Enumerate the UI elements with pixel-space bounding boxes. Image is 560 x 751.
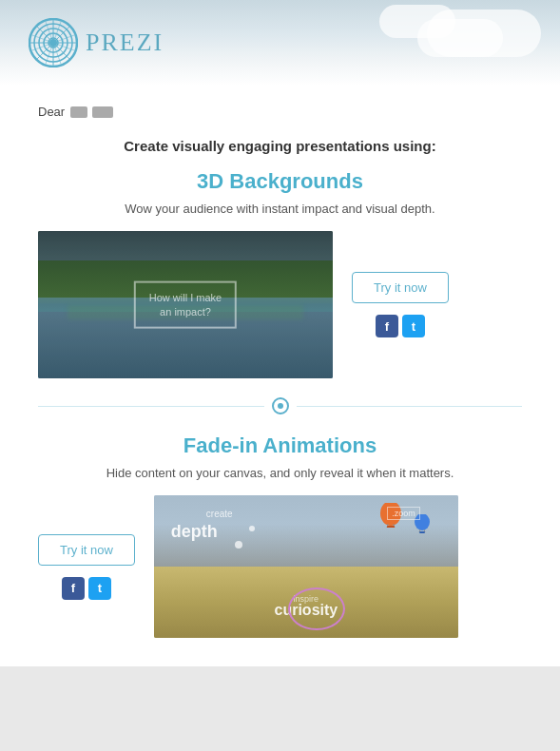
feature2-image: create depth .zoom inspire curiosity: [154, 495, 458, 638]
feature2-try-button[interactable]: Try it now: [38, 534, 135, 566]
email-body: Dear Create visually engaging presentati…: [0, 86, 560, 666]
divider-line-left: [38, 406, 264, 407]
feature1-description: Wow your audience with instant impact an…: [38, 202, 522, 216]
prezi-logo-icon: [29, 18, 78, 67]
name-placeholder: [70, 106, 113, 118]
section-intro: Create visually engaging presentations u…: [38, 138, 522, 154]
svg-rect-17: [387, 526, 395, 528]
feature1-cta: Try it now f t: [352, 272, 449, 337]
dear-label: Dear: [38, 105, 65, 119]
purple-circle: [288, 587, 345, 630]
header: PREZI: [0, 0, 560, 86]
feature2-layout: Try it now f t: [38, 495, 522, 638]
prezi-logo-text: PREZI: [86, 29, 164, 57]
feature2-description: Hide content on your canvas, and only re…: [38, 466, 522, 480]
dot-2: [235, 541, 242, 549]
placeholder-block-1: [70, 106, 87, 118]
divider-inner-dot: [278, 403, 283, 409]
feature2-social-icons: f t: [62, 577, 111, 600]
section-divider: [38, 397, 522, 414]
placeholder-block-2: [92, 106, 113, 118]
overlay-create: create: [206, 509, 233, 519]
feature1-title: 3D Backgrounds: [38, 169, 522, 194]
facebook-icon-2[interactable]: f: [62, 577, 85, 600]
cloud-3: [417, 19, 503, 57]
dear-line: Dear: [38, 105, 522, 119]
balloon-scene: create depth .zoom inspire curiosity: [154, 495, 458, 638]
presentation-box: How will I make an impact?: [134, 280, 237, 329]
divider-line-right: [297, 406, 523, 407]
dot-1: [249, 526, 255, 531]
feature2-cta: Try it now f t: [38, 534, 135, 600]
facebook-icon[interactable]: f: [376, 315, 398, 337]
feature2-title: Fade-in Animations: [38, 433, 522, 458]
divider-circle: [272, 397, 289, 414]
twitter-icon-2[interactable]: t: [88, 577, 111, 600]
presentation-text-line1: How will I make: [149, 291, 222, 302]
svg-point-13: [49, 39, 57, 47]
lake-scene: How will I make an impact?: [38, 231, 333, 378]
feature1-social-icons: f t: [376, 315, 425, 337]
feature1-try-button[interactable]: Try it now: [352, 272, 449, 303]
overlay-zoom: .zoom: [387, 507, 420, 520]
feature1-layout: How will I make an impact? Try it now f …: [38, 231, 522, 378]
twitter-icon[interactable]: t: [402, 315, 425, 337]
email-container: PREZI Dear Create visually engaging pres…: [0, 0, 560, 666]
logo-area: PREZI: [29, 18, 164, 67]
feature1-image: How will I make an impact?: [38, 231, 333, 378]
svg-rect-21: [419, 531, 425, 533]
overlay-depth: depth: [171, 522, 218, 542]
presentation-text-line2: an impact?: [160, 306, 211, 318]
